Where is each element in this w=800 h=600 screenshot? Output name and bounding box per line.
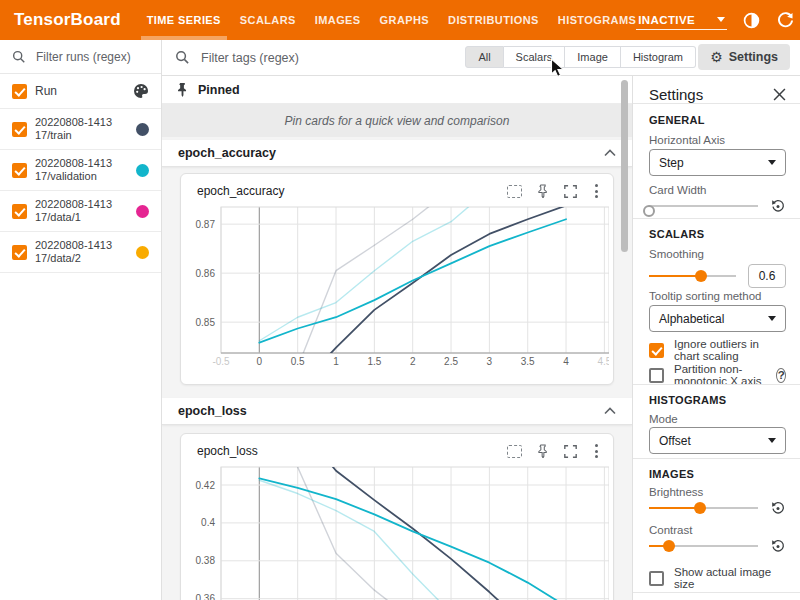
smoothing-label: Smoothing [649, 248, 786, 260]
run-checkbox[interactable] [12, 122, 27, 137]
reset-icon[interactable] [770, 500, 786, 516]
run-checkbox[interactable] [12, 163, 27, 178]
run-filter-input[interactable] [34, 49, 148, 65]
fit-domain-icon[interactable] [507, 185, 522, 198]
svg-text:0.87: 0.87 [196, 219, 216, 230]
fullscreen-icon[interactable] [564, 185, 577, 198]
tab-scalars[interactable]: SCALARS [240, 0, 296, 40]
gear-icon: ⚙ [710, 50, 723, 64]
fullscreen-icon[interactable] [564, 445, 577, 458]
settings-section-general: GENERAL [649, 114, 786, 126]
palette-icon[interactable] [133, 83, 149, 99]
dark-mode-toggle-icon[interactable] [742, 11, 761, 30]
horizontal-axis-dropdown[interactable]: Step [649, 149, 786, 176]
pinned-title: Pinned [198, 83, 240, 97]
reset-icon[interactable] [770, 538, 786, 554]
svg-text:2.5: 2.5 [444, 356, 458, 367]
refresh-icon[interactable] [776, 11, 795, 30]
nav-tabs: TIME SERIES SCALARS IMAGES GRAPHS DISTRI… [147, 0, 636, 40]
mouse-cursor [550, 58, 566, 80]
epoch-loss-chart[interactable]: 0.360.380.40.4200.511.522.533.54-0.54.5 [185, 463, 613, 600]
smoothing-slider[interactable] [649, 270, 736, 282]
tab-images[interactable]: IMAGES [315, 0, 361, 40]
card-title: epoch_accuracy [197, 184, 284, 198]
settings-section-images: IMAGES [649, 468, 786, 480]
chevron-down-icon [768, 160, 776, 165]
contrast-slider[interactable] [649, 540, 758, 552]
partition-x-axis-checkbox[interactable] [649, 368, 664, 383]
svg-text:0.38: 0.38 [196, 555, 216, 566]
section-header-epoch-accuracy[interactable]: epoch_accuracy [162, 140, 632, 167]
select-all-runs-checkbox[interactable] [12, 84, 27, 99]
filter-pill-image[interactable]: Image [565, 46, 621, 68]
tensorboard-app: TensorBoard TIME SERIES SCALARS IMAGES G… [0, 0, 800, 600]
pinned-section-header: Pinned [162, 76, 632, 104]
show-actual-size-row[interactable]: Show actual image size [649, 566, 786, 590]
show-actual-size-checkbox[interactable] [649, 571, 664, 586]
scalar-card-epoch-accuracy: epoch_accuracy 0.850.860.8700.511.522.53… [180, 173, 614, 385]
close-icon[interactable] [773, 88, 786, 101]
run-color-dot[interactable] [136, 164, 149, 177]
more-options-icon[interactable] [592, 183, 601, 199]
epoch-accuracy-chart[interactable]: 0.850.860.8700.511.522.533.54-0.54.5 [185, 203, 613, 379]
fit-domain-icon[interactable] [507, 445, 522, 458]
tooltip-sorting-dropdown[interactable]: Alphabetical [649, 305, 786, 332]
run-color-dot[interactable] [136, 246, 149, 259]
status-dropdown[interactable]: INACTIVE [636, 11, 727, 30]
run-name: 20220808-141317/train [35, 116, 117, 142]
tab-time-series[interactable]: TIME SERIES [147, 0, 221, 40]
help-icon[interactable]: ? [776, 368, 786, 383]
card-title: epoch_loss [197, 444, 258, 458]
tab-graphs[interactable]: GRAPHS [380, 0, 429, 40]
settings-section-scalars: SCALARS [649, 228, 786, 240]
more-options-icon[interactable] [592, 443, 601, 459]
run-row-data-2[interactable]: 20220808-141317/data/2 [0, 232, 161, 273]
tags-toolbar: All Scalars Image Histogram ⚙ Settings [162, 40, 800, 76]
tag-filter-input[interactable] [199, 50, 403, 66]
run-row-train[interactable]: 20220808-141317/train [0, 109, 161, 150]
run-row-data-1[interactable]: 20220808-141317/data/1 [0, 191, 161, 232]
run-header-row[interactable]: Run [0, 74, 161, 109]
settings-section-histograms: HISTOGRAMS [649, 394, 786, 406]
run-name: 20220808-141317/data/1 [35, 198, 117, 224]
run-color-dot[interactable] [136, 123, 149, 136]
header-actions: INACTIVE ⚙ ? [636, 11, 800, 30]
run-checkbox[interactable] [12, 245, 27, 260]
search-icon [12, 50, 26, 64]
svg-text:-0.5: -0.5 [212, 356, 230, 367]
brightness-slider[interactable] [649, 502, 758, 514]
histogram-mode-dropdown[interactable]: Offset [649, 427, 786, 454]
ignore-outliers-row[interactable]: Ignore outliers in chart scaling [649, 338, 786, 362]
run-row-validation[interactable]: 20220808-141317/validation [0, 150, 161, 191]
section-header-epoch-loss[interactable]: epoch_loss [162, 398, 632, 425]
settings-button[interactable]: ⚙ Settings [698, 44, 790, 70]
smoothing-value-input[interactable] [748, 264, 786, 288]
brightness-label: Brightness [649, 486, 786, 498]
runs-sidebar: Run 20220808-141317/train 20220808-14131… [0, 40, 162, 600]
scalar-card-epoch-loss: epoch_loss 0.360.380.40.4200.511.522.533… [180, 433, 614, 600]
svg-text:0.36: 0.36 [196, 593, 216, 600]
histogram-mode-label: Mode [649, 413, 786, 425]
pin-icon[interactable] [537, 184, 549, 198]
filter-pill-all[interactable]: All [465, 46, 503, 68]
tab-histograms[interactable]: HISTOGRAMS [558, 0, 636, 40]
run-column-label: Run [35, 85, 117, 98]
run-color-dot[interactable] [136, 205, 149, 218]
svg-text:3.5: 3.5 [521, 356, 535, 367]
filter-pill-histogram[interactable]: Histogram [621, 46, 696, 68]
ignore-outliers-checkbox[interactable] [649, 343, 664, 358]
run-checkbox[interactable] [12, 204, 27, 219]
card-width-slider-row [649, 198, 786, 214]
chevron-down-icon [717, 17, 725, 22]
tooltip-sorting-label: Tooltip sorting method [649, 290, 786, 302]
smoothing-slider-row [649, 264, 786, 288]
card-width-slider[interactable] [649, 200, 758, 212]
vertical-scrollbar[interactable] [621, 80, 628, 252]
collapse-section-icon[interactable] [604, 149, 616, 157]
pin-icon [176, 82, 189, 97]
collapse-section-icon[interactable] [604, 407, 616, 415]
settings-panel-title: Settings [649, 86, 703, 103]
pin-icon[interactable] [537, 444, 549, 458]
reset-icon[interactable] [770, 198, 786, 214]
tab-distributions[interactable]: DISTRIBUTIONS [448, 0, 539, 40]
